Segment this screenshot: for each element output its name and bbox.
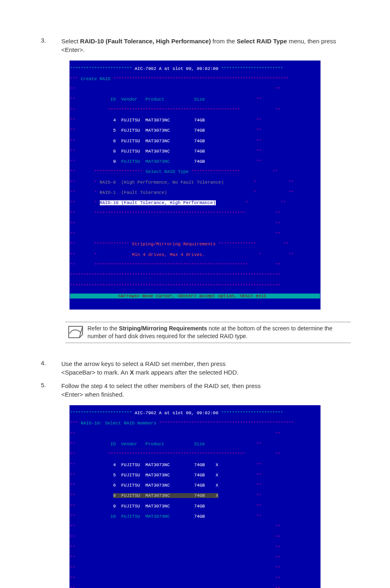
text-bold: Select RAID Type [237, 38, 287, 45]
text: Follow the step 4 to select the other me… [61, 382, 261, 389]
text: <SpaceBar> to mark. An [61, 369, 130, 376]
terminal-select-members: *********************** AIC-7902 A at sl… [69, 405, 321, 588]
note-icon [67, 325, 84, 339]
note-block: Refer to the Striping/Mirroring Requirem… [65, 322, 351, 343]
step-number: 4. [41, 359, 61, 377]
text: <Enter> when finished. [61, 391, 124, 398]
text-bold: X [130, 369, 134, 376]
terminal-footer: <Arrows> move cursor, <Enter> accept opt… [70, 294, 320, 299]
step-number: 5. [41, 382, 61, 399]
terminal-create-raid: *********************** AIC-7902 A at sl… [69, 61, 321, 310]
step-number: 3. [41, 37, 61, 54]
step-text: Follow the step 4 to select the other me… [61, 382, 349, 399]
step-5: 5. Follow the step 4 to select the other… [41, 382, 349, 399]
text: Refer to the [87, 325, 119, 332]
text: Select [61, 38, 80, 45]
text: Use the arrow keys to select a RAID set … [61, 360, 226, 367]
note-text: Refer to the Striping/Mirroring Requirem… [87, 325, 349, 340]
step-4: 4. Use the arrow keys to select a RAID s… [41, 359, 349, 377]
text: from the [211, 38, 237, 45]
text-bold: RAID-10 (Fault Tolerance, High Performan… [80, 38, 211, 45]
step-text: Select RAID-10 (Fault Tolerance, High Pe… [61, 37, 349, 54]
text-bold: Striping/Mirroring Requirements [119, 325, 207, 332]
text: mark appears after the selected HDD. [134, 369, 239, 376]
step-text: Use the arrow keys to select a RAID set … [61, 359, 349, 377]
step-3: 3. Select RAID-10 (Fault Tolerance, High… [41, 37, 349, 54]
